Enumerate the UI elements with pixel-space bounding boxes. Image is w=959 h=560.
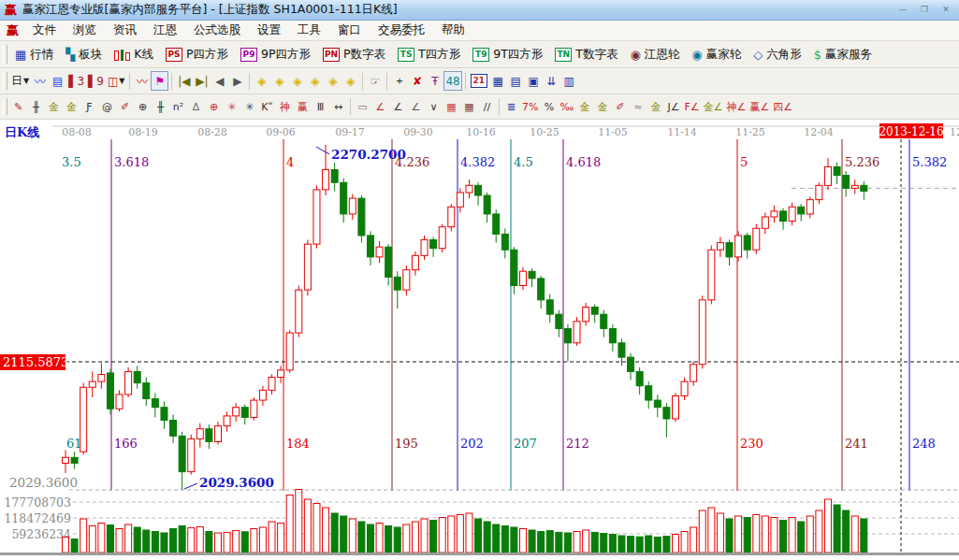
scroll-left-diamond[interactable]: ◈ xyxy=(253,71,270,91)
circle-cross-tool[interactable]: ⊕ xyxy=(205,97,223,116)
f-angle-tool[interactable]: F∠ xyxy=(682,97,701,116)
fib-levels-tool[interactable]: ≣ xyxy=(502,97,520,116)
info-panel-tool[interactable]: ▤ xyxy=(49,71,66,91)
wave-analysis-tool[interactable]: 48 xyxy=(443,71,461,91)
first-bar-nav[interactable]: |◀ xyxy=(175,71,193,91)
notes-tool[interactable]: ▤ xyxy=(507,71,525,91)
volume-profile-tool[interactable]: ⚑ xyxy=(151,71,168,91)
knife-tool[interactable]: ✐ xyxy=(116,97,134,116)
market-quotes-button[interactable]: ▦行情 xyxy=(9,45,59,65)
pencil-tool[interactable]: ✎ xyxy=(9,97,27,116)
four-angle-tool[interactable]: 四∠ xyxy=(771,97,794,116)
hexagon-button[interactable]: ◇六角形 xyxy=(748,45,807,65)
ying-grid-tool[interactable]: 赢 xyxy=(294,97,312,116)
menu-item-文件[interactable]: 文件 xyxy=(24,22,65,36)
nine-p-square-button[interactable]: P99P四方形 xyxy=(235,45,316,65)
compress-horizontal-diamond[interactable]: ◈ xyxy=(306,71,324,91)
menu-item-窗口[interactable]: 窗口 xyxy=(329,22,370,36)
gold-circle-tool[interactable]: 金 xyxy=(575,97,593,116)
period-daily-selector[interactable]: 日▼ xyxy=(9,71,31,91)
calculator-tool[interactable]: ▦ xyxy=(489,71,507,91)
menu-item-工具[interactable]: 工具 xyxy=(289,22,329,36)
percent-tool[interactable]: % xyxy=(540,97,558,116)
spiral-tool[interactable]: @ xyxy=(98,97,116,116)
bars-3-view[interactable]: ▌3 xyxy=(66,71,86,91)
sector-blocks-button[interactable]: ▚板块 xyxy=(60,45,108,65)
delete-line-tool[interactable]: ✘ xyxy=(408,71,426,91)
parallel-lines-tool[interactable]: // xyxy=(478,97,496,116)
menu-item-帮助[interactable]: 帮助 xyxy=(433,22,473,36)
t-number-table-button[interactable]: TNT数字表 xyxy=(549,45,623,65)
dark-grid-box-tool[interactable]: ▦ xyxy=(460,97,478,116)
drag-hand-tool[interactable]: ☞ xyxy=(366,71,384,91)
p-number-table-button[interactable]: PNP数字表 xyxy=(317,45,391,65)
trend-wave-blue-tool[interactable]: 〰 xyxy=(31,71,49,91)
expand-all-diamond[interactable]: ◈ xyxy=(341,71,359,91)
percent-lines-tool[interactable]: ‰ xyxy=(558,97,575,116)
volume-bar xyxy=(214,533,221,553)
winner-wheel-button[interactable]: ◉赢家轮 xyxy=(686,45,747,65)
close-button[interactable]: ✕ xyxy=(937,3,954,17)
ladder-tool[interactable]: ╫ xyxy=(152,97,169,116)
date-tick-label: 11-05 xyxy=(598,126,628,138)
web-tool[interactable]: ✳ xyxy=(223,97,240,116)
grid-ladder-tool[interactable]: ╫ xyxy=(27,97,45,116)
last-bar-nav[interactable]: ▶| xyxy=(193,71,211,91)
crosshair-tool[interactable]: ＋ xyxy=(390,71,408,91)
gann-circle-tool[interactable]: ⊕ xyxy=(134,97,152,116)
menu-item-浏览[interactable]: 浏览 xyxy=(65,22,105,36)
kline-chart-button[interactable]: K线 xyxy=(109,45,159,65)
prev-bar-nav[interactable]: ◀ xyxy=(211,71,228,91)
scroll-right-diamond[interactable]: ◈ xyxy=(270,71,288,91)
kline-chart-canvas[interactable]: 日K线08-0808-1908-2809-0609-1709-3010-1610… xyxy=(0,121,959,553)
gann-text-tool[interactable]: Ŧ xyxy=(426,71,443,91)
gold-lines-tool[interactable]: 金 xyxy=(593,97,611,116)
menu-item-交易委托[interactable]: 交易委托 xyxy=(370,22,433,36)
gold-angle-tool[interactable]: 金∠ xyxy=(702,97,725,116)
box-select-tool[interactable]: ▭ xyxy=(354,97,371,116)
nine-t-square-button[interactable]: T99T四方形 xyxy=(467,45,548,65)
v-wave-tool[interactable]: ∨ xyxy=(425,97,443,116)
calendar-tool[interactable]: 21 xyxy=(469,71,489,91)
shen-grid-tool[interactable]: 神 xyxy=(276,97,294,116)
ying-angle-tool[interactable]: 赢∠ xyxy=(748,97,771,116)
gold-grid2-tool[interactable]: 金 xyxy=(63,97,80,116)
t-square-button[interactable]: TST四方形 xyxy=(392,45,466,65)
numbered-grid-tool[interactable]: Ⅲ xyxy=(312,97,329,116)
k-quote-tool[interactable]: Kʺ xyxy=(258,97,276,116)
red-grid-box-tool[interactable]: ▦ xyxy=(443,97,460,116)
mirror-angle-tool[interactable]: ∆ xyxy=(187,97,205,116)
remote-service-tool[interactable]: ▥ xyxy=(560,71,578,91)
candle-style-selector[interactable]: ◫▼ xyxy=(106,71,127,91)
angle-lines-tool[interactable]: ∠ xyxy=(407,97,425,116)
bar-width-tool[interactable]: ↔ xyxy=(329,97,347,116)
compress-vertical-diamond[interactable]: ◈ xyxy=(324,71,341,91)
dark-fan-tool[interactable]: ∠ xyxy=(389,97,407,116)
gann-wheel-button[interactable]: ◉江恩轮 xyxy=(624,45,685,65)
f-grid-tool[interactable]: Ƒ xyxy=(80,97,98,116)
shen-angle-tool[interactable]: 神∠ xyxy=(725,97,748,116)
maximize-button[interactable]: ❐ xyxy=(916,3,933,17)
j-angle-tool[interactable]: J∠ xyxy=(664,97,682,116)
menu-item-设置[interactable]: 设置 xyxy=(249,22,289,36)
data-download-tool[interactable]: ⇊ xyxy=(543,71,560,91)
next-bar-nav[interactable]: ▶ xyxy=(228,71,246,91)
gold-grid-tool[interactable]: 金 xyxy=(45,97,63,116)
menu-item-公式选股[interactable]: 公式选股 xyxy=(185,22,249,36)
save-tool[interactable]: ▣ xyxy=(525,71,543,91)
menu-item-资讯[interactable]: 资讯 xyxy=(105,22,145,36)
angle-knife-tool[interactable]: ✐ xyxy=(611,97,629,116)
menu-item-江恩[interactable]: 江恩 xyxy=(145,22,185,36)
minimize-button[interactable]: — xyxy=(894,3,911,17)
red-fan-tool[interactable]: ∠ xyxy=(371,97,389,116)
winner-service-button[interactable]: $赢家服务 xyxy=(808,45,878,65)
p-square-button[interactable]: PSP四方形 xyxy=(160,45,234,65)
double-wave-tool[interactable]: ≈ xyxy=(629,97,647,116)
n-squared-tool[interactable]: n² xyxy=(169,97,187,116)
gold-angle-set-tool[interactable]: 金 xyxy=(647,97,664,116)
zigzag-red-tool[interactable]: 〰 xyxy=(133,71,151,91)
web-box-tool[interactable]: ✳ xyxy=(240,97,258,116)
bars-9-view[interactable]: ▌9 xyxy=(86,71,106,91)
seven-percent-tool[interactable]: 7% xyxy=(520,97,540,116)
expand-horizontal-diamond[interactable]: ◈ xyxy=(288,71,306,91)
